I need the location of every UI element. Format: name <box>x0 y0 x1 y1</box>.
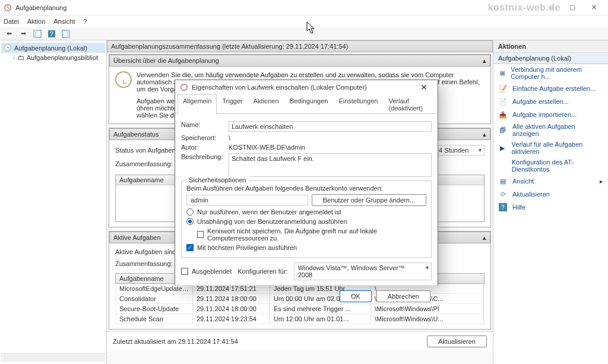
svg-text:?: ? <box>501 204 505 211</box>
action-icon <box>498 161 507 170</box>
action-help[interactable]: ?Hilfe <box>493 201 608 214</box>
refresh-icon: ⟳ <box>498 189 508 199</box>
svg-rect-6 <box>67 30 69 37</box>
checkbox-icon <box>197 231 204 238</box>
highest-label: Mit höchsten Privilegien ausführen <box>197 244 297 251</box>
actions-panel: Aktionen Aufgabenplanung (Lokal) 🖥Verbin… <box>493 40 608 364</box>
action-label: Konfiguration des AT-Dienstkontos <box>512 159 603 173</box>
menubar: Datei Aktion Ansicht ? <box>0 15 608 27</box>
app-icon <box>4 4 12 12</box>
action-view[interactable]: ▤Ansicht▸ <box>493 175 608 188</box>
overview-header[interactable]: Übersicht über die Aufgabenplanung▴ <box>109 55 490 67</box>
cell-loc: \Microsoft\Windows\U... <box>371 314 484 324</box>
checkbox-icon <box>181 268 188 275</box>
tab-body-general: Name:Laufwerk einschalten Speicherort:\ … <box>175 114 438 285</box>
action-help-label: Hilfe <box>512 204 525 211</box>
help-icon: ? <box>498 202 508 212</box>
hidden-label: Ausgeblendet <box>192 268 232 275</box>
radio-icon <box>186 208 194 216</box>
task-icon <box>180 83 188 91</box>
ok-button[interactable]: OK <box>340 290 372 302</box>
watermark: kostnix-web.de <box>487 2 560 13</box>
action-item[interactable]: 🖥Verbindung mit anderem Computer h... <box>493 64 608 82</box>
config-select[interactable]: Windows Vista™, Windows Server™ 2008 <box>294 262 432 280</box>
status-title: Aufgabenstatus <box>113 131 159 138</box>
table-row[interactable]: Schedule Scan29.11.2024 19:23:54Um 12:00… <box>115 314 484 324</box>
tab-actions[interactable]: Aktionen <box>248 94 284 114</box>
cancel-button[interactable]: Abbrechen <box>376 290 430 302</box>
footer-updated: Zuletzt aktualisiert am 29.11.2024 17:41… <box>113 338 238 345</box>
check-nopw[interactable]: Kennwort nicht speichern. Die Aufgabe gr… <box>186 227 426 242</box>
tab-trigger[interactable]: Trigger <box>217 94 248 114</box>
chevron-right-icon: ▸ <box>600 178 603 185</box>
radio-logged-on[interactable]: Nur ausführen, wenn der Benutzer angemel… <box>186 208 426 216</box>
action-label: Aufgabe erstellen... <box>512 98 569 105</box>
chevron-right-icon: › <box>13 54 15 61</box>
chevron-up-icon: ▴ <box>483 131 486 138</box>
name-input[interactable]: Laufwerk einschalten <box>229 121 432 132</box>
tab-general[interactable]: Allgemein <box>178 94 217 114</box>
view-icon: ▤ <box>498 176 508 186</box>
dialog-titlebar: Eigenschaften von Laufwerk einschalten (… <box>175 80 438 94</box>
checkbox-icon: ✓ <box>186 244 194 251</box>
name-label: Name: <box>181 121 224 128</box>
action-view-label: Ansicht <box>512 178 534 185</box>
radio-any-login[interactable]: Unabhängig von der Benutzeranmeldung aus… <box>186 218 426 225</box>
refresh-button[interactable]: Aktualisieren <box>427 335 487 347</box>
security-line: Beim Ausführen der Aufgaben folgendes Be… <box>186 185 426 192</box>
action-item[interactable]: ▶Verlauf für alle Aufgaben aktivieren <box>493 139 608 157</box>
tree-root[interactable]: 🕒 Aufgabenplanung (Lokal) <box>1 43 105 53</box>
action-icon: 📝 <box>498 84 508 93</box>
desc-label: Beschreibung: <box>181 153 224 160</box>
action-item[interactable]: 🗐Alle aktiven Aufgaben anzeigen <box>493 121 608 139</box>
radio1-label: Nur ausführen, wenn der Benutzer angemel… <box>197 208 341 216</box>
toolbar: ⬅ ➡ ? <box>0 27 608 40</box>
close-button[interactable]: ✕ <box>583 1 604 15</box>
user-value: admin <box>186 195 308 205</box>
summary-bar: Aufgabenplanungszusammenfassung (letzte … <box>107 40 493 52</box>
config-value: Windows Vista™, Windows Server™ 2008 <box>298 264 405 278</box>
action-label: Aufgabe importieren... <box>512 111 577 118</box>
actions-subtitle: Aufgabenplanung (Lokal) <box>493 53 608 64</box>
menu-action[interactable]: Aktion <box>27 18 46 25</box>
help-button[interactable]: ? <box>45 28 58 40</box>
tab-conditions[interactable]: Bedingungen <box>284 94 334 114</box>
menu-help[interactable]: ? <box>83 18 87 25</box>
status-period-select[interactable]: 24 Stunden <box>431 145 484 156</box>
action-refresh[interactable]: ⟳Aktualisieren <box>493 188 608 201</box>
action-item[interactable]: 📝Einfache Aufgabe erstellen... <box>493 82 608 95</box>
show-hide-action-pane-button[interactable] <box>59 28 72 40</box>
svg-point-9 <box>181 84 188 91</box>
action-item[interactable]: 📄Aufgabe erstellen... <box>493 95 608 108</box>
check-highest[interactable]: ✓Mit höchsten Privilegien ausführen <box>186 244 426 251</box>
window-title: Aufgabenplanung <box>15 4 66 11</box>
back-button[interactable]: ⬅ <box>2 28 15 40</box>
tab-history[interactable]: Verlauf (deaktiviert) <box>383 94 435 114</box>
dialog-close-button[interactable]: ✕ <box>415 83 433 92</box>
action-refresh-label: Aktualisieren <box>512 191 550 198</box>
change-user-button[interactable]: Benutzer oder Gruppe ändern... <box>312 194 426 206</box>
check-hidden[interactable]: Ausgeblendet <box>181 268 232 275</box>
tab-settings[interactable]: Einstellungen <box>333 94 383 114</box>
action-item[interactable]: Konfiguration des AT-Dienstkontos <box>493 157 608 175</box>
loc-value: \ <box>229 134 230 141</box>
action-icon: 📄 <box>498 97 508 106</box>
author-value: KOSTNIX-WEB-DE\admin <box>229 144 305 151</box>
tree-library[interactable]: › 🗀 Aufgabenplanungsbibliot <box>1 53 105 62</box>
tree-root-label: Aufgabenplanung (Lokal) <box>14 45 87 52</box>
chevron-up-icon: ▴ <box>483 234 486 242</box>
tree-scrollbar[interactable] <box>1 353 105 362</box>
radio-icon <box>186 218 194 225</box>
dialog-title: Eigenschaften von Laufwerk einschalten (… <box>192 84 367 91</box>
radio2-label: Unabhängig von der Benutzeranmeldung aus… <box>197 218 347 225</box>
show-hide-tree-button[interactable] <box>31 28 44 40</box>
menu-view[interactable]: Ansicht <box>53 18 75 25</box>
summary-bar-label: Aufgabenplanungszusammenfassung (letzte … <box>111 43 348 50</box>
forward-button[interactable]: ➡ <box>17 28 30 40</box>
titlebar: Aufgabenplanung kostnix-web.de ─ ▢ ✕ <box>0 0 608 15</box>
maximize-button[interactable]: ▢ <box>562 1 583 15</box>
action-item[interactable]: 📥Aufgabe importieren... <box>493 108 608 121</box>
desc-input[interactable]: Schaltet das Laufwerk F ein. <box>229 153 432 177</box>
cell-next: 29.11.2024 19:23:54 <box>193 314 270 324</box>
menu-file[interactable]: Datei <box>4 18 19 25</box>
